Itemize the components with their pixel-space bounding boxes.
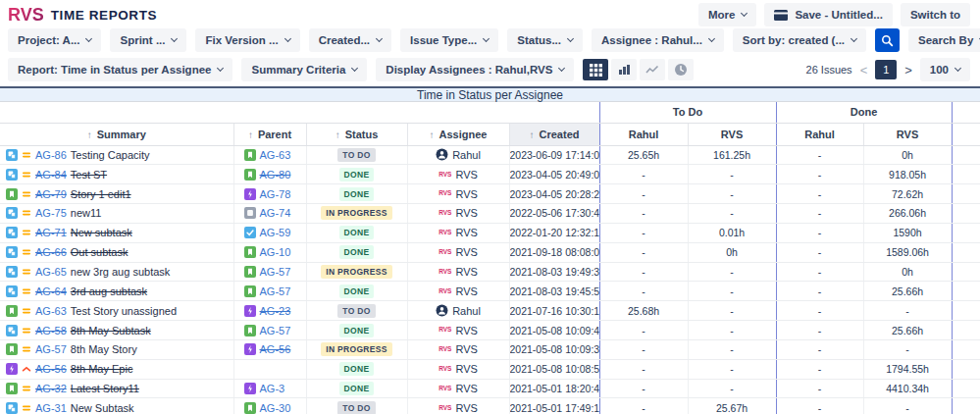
issue-key-link[interactable]: AG-58 [35,325,67,336]
priority-medium-icon [22,208,31,218]
grid-view-button[interactable] [583,59,608,80]
bar-chart-view-button[interactable] [611,59,637,80]
column-header-created[interactable]: ↑Created [509,123,599,145]
todo-rahul-value: - [599,379,688,398]
sort-by-filter[interactable]: Sort by: created (... [733,28,866,52]
project-filter[interactable]: Project: A... [8,28,101,52]
issue-key-link[interactable]: AG-63 [35,305,67,317]
issue-type-filter[interactable]: Issue Type... [400,28,498,52]
parent-key-link[interactable]: AG-80 [260,169,291,181]
parent-key-link[interactable]: AG-63 [260,149,291,161]
search-by-button[interactable]: Search By [908,28,980,52]
parent-key-link[interactable]: AG-3 [260,383,285,394]
done-rahul-value: - [776,339,863,359]
issue-summary: Test Story unassigned [71,305,177,317]
subtask-icon [6,285,18,297]
parent-key-link[interactable]: AG-57 [260,285,291,297]
assignee-name: RVS [455,188,477,200]
table-row: AG-66Out subtaskAG-10DONERVSRVS2021-09-1… [0,242,980,262]
parent-key-link[interactable]: AG-56 [260,343,291,355]
line-chart-icon [645,64,659,76]
summary-criteria-selector[interactable]: Summary Criteria [241,58,367,81]
group-header-todo: To Do [599,102,776,123]
time-view-button[interactable] [668,59,694,80]
parent-key-link[interactable]: AG-74 [260,207,291,219]
chevron-down-icon [851,35,857,42]
column-header-assignee[interactable]: ↑Assignee [407,123,509,145]
epic-icon [244,383,256,394]
table-row: AG-71New subtaskAG-59DONERVSRVS2022-01-2… [0,223,980,242]
parent-key-link[interactable]: AG-57 [260,325,291,336]
task-grey-icon [244,207,256,219]
issue-key-link[interactable]: AG-66 [35,246,67,258]
current-page[interactable]: 1 [875,60,897,79]
line-chart-view-button[interactable] [640,59,665,80]
parent-key-link[interactable]: AG-59 [260,227,291,238]
todo-rahul-value: - [599,398,688,414]
grid-icon [590,64,602,77]
parent-key-link[interactable]: AG-23 [260,305,291,317]
more-button[interactable]: More [698,3,756,26]
search-button[interactable] [875,28,900,52]
issue-key-link[interactable]: AG-86 [35,149,67,161]
issue-key-link[interactable]: AG-75 [35,207,67,219]
story-icon [244,266,256,278]
sort-arrow-icon: ↑ [248,129,253,140]
done-rahul-value: - [776,223,863,242]
issue-key-link[interactable]: AG-84 [35,169,67,181]
assignee-name: RVS [455,363,477,375]
next-page-button[interactable]: > [904,63,912,78]
priority-medium-icon [22,306,31,316]
issue-key-link[interactable]: AG-32 [35,383,67,394]
report-selector[interactable]: Report: Time in Status per Assignee [8,58,232,81]
issue-key-link[interactable]: AG-57 [35,343,67,355]
todo-rvs-value: 161.25h [688,145,776,165]
prev-page-button[interactable]: < [860,63,868,78]
time-in-status-table: To Do Done ↑Summary ↑Parent ↑Status ↑Ass… [0,102,980,414]
done-rvs-value: 0h [863,145,952,165]
avatar: RVS [438,366,451,373]
issue-key-link[interactable]: AG-71 [35,227,67,238]
table-row: AG-65new 3rg aug subtaskAG-57IN PROGRESS… [0,262,980,282]
column-header-status[interactable]: ↑Status [306,123,407,145]
issue-key-link[interactable]: AG-79 [35,188,67,200]
assignee-filter[interactable]: Assignee : Rahul... [592,28,724,52]
switch-to-button[interactable]: Switch to [901,3,970,26]
avatar: RVS [438,172,451,179]
done-rvs-value: 0h [863,262,952,282]
subtask-icon [6,227,18,238]
avatar: RVS [438,230,451,236]
parent-key-link[interactable]: AG-57 [260,266,291,278]
column-header-parent[interactable]: ↑Parent [233,123,306,145]
page-size-selector[interactable]: 100 [920,58,970,81]
issue-key-link[interactable]: AG-31 [35,402,67,414]
fix-version-filter[interactable]: Fix Version ... [195,28,299,52]
column-header-summary[interactable]: ↑Summary [0,123,233,145]
display-assignees-selector[interactable]: Display Assignees : Rahul,RVS [376,58,574,81]
parent-key-link[interactable]: AG-78 [260,188,291,200]
parent-key-link[interactable]: AG-30 [260,402,291,414]
save-button[interactable]: Save - Untitled... [764,3,892,26]
group-header-done: Done [776,102,952,123]
created-date: 2023-04-05 20:49:09 [509,165,599,184]
pagination: 26 Issues < 1 > 100 [806,58,970,81]
sort-arrow-icon: ↑ [430,129,435,140]
todo-rvs-value: 0.01h [688,223,776,242]
issue-summary: Story 1 edit1 [71,188,131,200]
status-badge: TO DO [337,148,375,162]
assignee-name: RVS [455,343,477,355]
column-header-done-rvs: RVS [863,123,952,145]
todo-rahul-value: - [599,282,688,301]
story-icon [6,188,18,200]
sprint-filter[interactable]: Sprint ... [110,28,186,52]
issue-key-link[interactable]: AG-56 [35,363,67,375]
subtask-icon [6,207,18,219]
done-rvs-value: 266.06h [863,204,952,224]
issue-key-link[interactable]: AG-64 [35,285,67,297]
created-filter[interactable]: Created... [309,28,391,52]
done-rvs-value: - [863,301,952,321]
parent-key-link[interactable]: AG-10 [260,246,291,258]
status-filter[interactable]: Status... [507,28,583,52]
issue-key-link[interactable]: AG-65 [35,266,67,278]
done-rahul-value: - [776,242,863,262]
